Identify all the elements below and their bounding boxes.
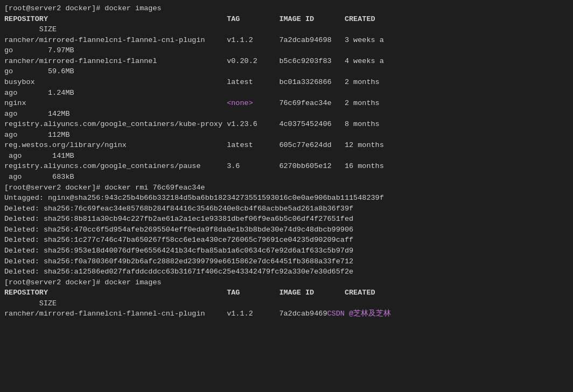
line-del4: Deleted: sha256:1c277c746c47ba650267f58c…: [4, 235, 569, 246]
line-img6b: ago 141MB: [4, 151, 569, 162]
line-img1a-2: rancher/mirrored-flannelcni-flannel-cni-…: [4, 309, 569, 319]
line-del1: Deleted: sha256:76c69feac34e85768b284f84…: [4, 204, 569, 214]
line-img7a: registry.aliyuncs.com/google_containers/…: [4, 161, 569, 172]
line-img1b: go 7.97MB: [4, 45, 569, 56]
terminal-window: [root@server2 docker]# docker images REP…: [4, 3, 569, 392]
line-img2b: go 59.6MB: [4, 66, 569, 77]
watermark-inline: CSDN @芝林及芝林: [327, 310, 392, 318]
line-1: [root@server2 docker]# docker images: [4, 3, 569, 14]
line-prompt2: [root@server2 docker]# docker images: [4, 277, 569, 288]
line-header-2: REPOSITORY TAG IMAGE ID CREATED: [4, 288, 569, 298]
line-del7: Deleted: sha256:a12586ed027fafddcddcc63b…: [4, 267, 569, 277]
line-img2a: rancher/mirrored-flannelcni-flannel v0.2…: [4, 56, 569, 67]
line-untagged: Untagged: nginx@sha256:943c25b4b66b33218…: [4, 193, 569, 204]
line-rmi-cmd: [root@server2 docker]# docker rmi 76c69f…: [4, 183, 569, 193]
line-img4a: nginx <none> 76c69feac34e 2 months: [4, 98, 569, 109]
line-del3: Deleted: sha256:470cc6f5d954afeb2695504e…: [4, 225, 569, 235]
line-img5b: ago 112MB: [4, 130, 569, 141]
line-img1a: rancher/mirrored-flannelcni-flannel-cni-…: [4, 35, 569, 46]
line-del5: Deleted: sha256:953e18d40076df9e65564241…: [4, 246, 569, 256]
line-img4b: ago 142MB: [4, 109, 569, 120]
line-header-1: REPOSITORY TAG IMAGE ID CREATED: [4, 14, 569, 25]
line-del2: Deleted: sha256:8b811a30cb94c227fb2ae61a…: [4, 214, 569, 225]
line-img3a: busybox latest bc01a3326866 2 months: [4, 77, 569, 88]
none-tag: <none>: [227, 99, 253, 107]
line-img3b: ago 1.24MB: [4, 88, 569, 99]
line-img7b: ago 683kB: [4, 172, 569, 183]
line-header-1b: SIZE: [4, 24, 569, 35]
line-del6: Deleted: sha256:f0a780360f49b2b6afc28882…: [4, 256, 569, 267]
line-img6a: reg.westos.org/library/nginx latest 605c…: [4, 140, 569, 151]
line-img5a: registry.aliyuncs.com/google_containers/…: [4, 119, 569, 130]
line-header-2b: SIZE: [4, 298, 569, 309]
